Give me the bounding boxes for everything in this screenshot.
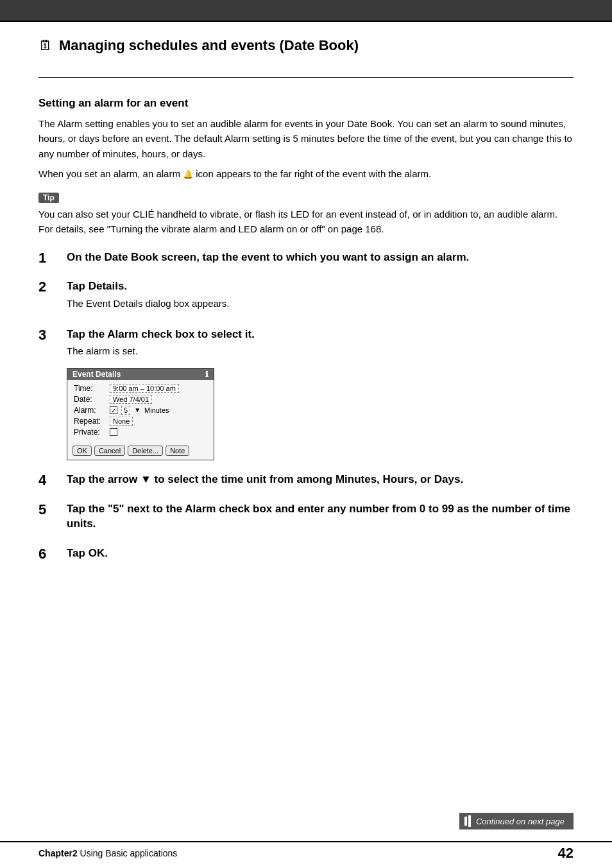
tip-label: Tip [38, 193, 59, 203]
step-4-number: 4 [38, 472, 56, 489]
dialog-note-button[interactable]: Note [166, 446, 189, 456]
dialog-time-value: 9:00 am – 10:00 am [110, 384, 179, 393]
alarm-icon: 🔔 [183, 169, 193, 179]
dialog-alarm-checkbox[interactable] [110, 406, 117, 414]
step-2: 2 Tap Details. The Event Details dialog … [38, 279, 574, 315]
step-4: 4 Tap the arrow ▼ to select the time uni… [38, 472, 574, 490]
dialog-date-value: Wed 7/4/01 [110, 395, 152, 404]
step-6-content: Tap OK. [67, 546, 574, 564]
step-5-content: Tap the "5" next to the Alarm check box … [67, 501, 574, 535]
step-2-main: Tap Details. [67, 279, 574, 294]
step-3-content: Tap the Alarm check box to select it. Th… [67, 327, 574, 460]
footer-chapter-label: Chapter [38, 848, 72, 858]
page-title-container: 🗓 Managing schedules and events (Date Bo… [38, 37, 574, 54]
dialog-repeat-row: Repeat: None [74, 417, 207, 426]
step-6-number: 6 [38, 546, 56, 562]
dialog-buttons: OK Cancel Delete... Note [67, 442, 214, 460]
dialog-alarm-label: Alarm: [74, 406, 107, 415]
dialog-alarm-arrow[interactable]: ▼ [134, 406, 140, 413]
step-3-number: 3 [38, 327, 56, 343]
step-6: 6 Tap OK. [38, 546, 574, 564]
dialog-alarm-row: Alarm: 5 ▼ Minutes [74, 406, 207, 415]
event-details-dialog: Event Details ℹ Time: 9:00 am – 10:00 am… [67, 368, 214, 460]
step-1: 1 On the Date Book screen, tap the event… [38, 250, 574, 268]
dialog-ok-button[interactable]: OK [72, 446, 92, 456]
dialog-time-row: Time: 9:00 am – 10:00 am [74, 384, 207, 393]
top-bar [0, 0, 612, 21]
main-content: 🗓 Managing schedules and events (Date Bo… [0, 22, 612, 627]
footer-chapter-desc: Using Basic applications [78, 848, 178, 858]
dialog-repeat-label: Repeat: [74, 417, 107, 426]
footer-rule [0, 841, 612, 842]
step-5-number: 5 [38, 501, 56, 518]
dialog-private-row: Private: [74, 428, 207, 437]
step-5: 5 Tap the "5" next to the Alarm check bo… [38, 501, 574, 535]
step-1-content: On the Date Book screen, tap the event t… [67, 250, 574, 268]
steps-list: 1 On the Date Book screen, tap the event… [38, 250, 574, 564]
dialog-private-checkbox[interactable] [110, 428, 117, 436]
dialog-alarm-value: 5 [121, 406, 130, 415]
page-title: Managing schedules and events (Date Book… [59, 37, 359, 54]
bar-1 [464, 817, 467, 826]
dialog-private-label: Private: [74, 428, 107, 437]
dialog-info-icon: ℹ [205, 370, 208, 379]
dialog-time-label: Time: [74, 384, 107, 393]
footer: Chapter2 Using Basic applications 42 [0, 845, 612, 862]
step-3: 3 Tap the Alarm check box to select it. … [38, 327, 574, 460]
step-3-sub: The alarm is set. [67, 344, 574, 359]
tip-text: You can also set your CLIÉ handheld to v… [38, 207, 574, 237]
tip-box: Tip You can also set your CLIÉ handheld … [38, 191, 574, 237]
continued-bars-icon [464, 815, 471, 827]
dialog-date-row: Date: Wed 7/4/01 [74, 395, 207, 404]
dialog-delete-button[interactable]: Delete... [128, 446, 163, 456]
step-2-sub: The Event Details dialog box appears. [67, 297, 574, 311]
datebook-icon: 🗓 [38, 37, 53, 54]
step-3-main: Tap the Alarm check box to select it. [67, 327, 574, 342]
step-5-main: Tap the "5" next to the Alarm check box … [67, 501, 574, 532]
footer-left: Chapter2 Using Basic applications [38, 848, 177, 858]
step-1-number: 1 [38, 250, 56, 266]
dialog-cancel-button[interactable]: Cancel [94, 446, 125, 456]
dialog-title: Event Details [72, 370, 121, 379]
step-4-main: Tap the arrow ▼ to select the time unit … [67, 472, 574, 487]
continued-text: Continued on next page [476, 817, 565, 826]
step-2-number: 2 [38, 279, 56, 295]
title-divider [38, 77, 574, 78]
dialog-date-label: Date: [74, 395, 107, 404]
intro-paragraph-2: When you set an alarm, an alarm 🔔 icon a… [38, 166, 574, 181]
dialog-repeat-value: None [110, 417, 133, 426]
dialog-body: Time: 9:00 am – 10:00 am Date: Wed 7/4/0… [67, 380, 214, 442]
footer-chapter-number: 2 [72, 848, 78, 858]
step-6-main: Tap OK. [67, 546, 574, 561]
step-1-main: On the Date Book screen, tap the event t… [67, 250, 574, 265]
dialog-title-bar: Event Details ℹ [67, 369, 214, 380]
intro-paragraph-1: The Alarm setting enables you to set an … [38, 116, 574, 161]
step-2-content: Tap Details. The Event Details dialog bo… [67, 279, 574, 315]
footer-page-number: 42 [558, 845, 574, 862]
dialog-alarm-unit: Minutes [144, 406, 169, 414]
continued-banner: Continued on next page [459, 813, 574, 829]
bar-2 [468, 815, 471, 827]
section-heading: Setting an alarm for an event [38, 97, 574, 110]
step-4-content: Tap the arrow ▼ to select the time unit … [67, 472, 574, 490]
